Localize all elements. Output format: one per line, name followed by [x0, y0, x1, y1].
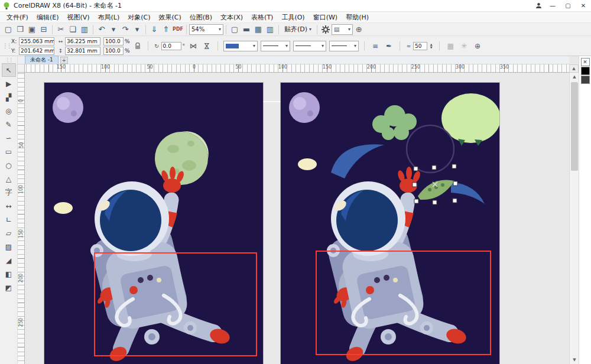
rectangle-tool[interactable]: ▭ — [2, 145, 16, 158]
menu-item[interactable]: 位图(B) — [186, 12, 216, 23]
ellipse-tool[interactable]: ○ — [2, 158, 16, 172]
toolbox-drag-handle[interactable]: ⋮⋮ — [5, 58, 12, 63]
scroll-down-icon[interactable]: ▼ — [570, 356, 579, 364]
vertical-scrollbar[interactable]: ▲ ▼ — [569, 73, 579, 364]
menu-item[interactable]: 视图(V) — [63, 12, 93, 23]
maximize-button[interactable]: ▢ — [560, 0, 576, 11]
menu-item[interactable]: 布局(L) — [94, 12, 124, 23]
scale-horizontal-field[interactable]: 100.0 — [103, 37, 124, 46]
drawing-canvas[interactable] — [25, 73, 569, 364]
redo-dropdown-icon[interactable]: ▾ — [131, 24, 143, 35]
crop-tool[interactable]: ▞ — [2, 90, 16, 104]
save-icon[interactable]: ▣ — [26, 24, 38, 35]
show-guidelines-icon[interactable]: ▥ — [264, 24, 276, 35]
ruler-origin-corner[interactable] — [18, 64, 25, 73]
minimize-button[interactable]: — — [545, 0, 560, 11]
purple-moon[interactable] — [289, 92, 320, 123]
end-arrowhead-combo[interactable]: ▾ — [329, 41, 359, 51]
object-width-field[interactable]: 36.225 mm — [65, 37, 100, 46]
menu-item[interactable]: 表格(T) — [247, 12, 277, 23]
vertical-ruler[interactable]: 050100150200250 — [18, 73, 25, 364]
purple-moon[interactable] — [53, 92, 83, 123]
black-swatch[interactable] — [581, 67, 590, 75]
snap-to-dropdown[interactable]: 贴齐(D) ▾ — [281, 24, 314, 35]
color-eyedropper-tool[interactable]: ◢ — [2, 254, 16, 267]
open-icon[interactable]: ❒ — [14, 24, 26, 35]
align-distribute-icon[interactable]: ▦ — [445, 41, 456, 51]
cream-ellipse[interactable] — [54, 202, 73, 214]
horizontal-ruler[interactable]: 15010050050100150200250300350 — [25, 64, 569, 73]
no-color-swatch[interactable]: ✕ — [581, 58, 590, 66]
parallel-dimension-tool[interactable]: ↔ — [2, 199, 16, 213]
drop-shadow-tool[interactable]: ▱ — [2, 226, 16, 240]
toolbar-drag-handle[interactable]: ⋮⋮ — [2, 43, 8, 49]
options-gear-icon[interactable] — [320, 24, 332, 35]
fullscreen-preview-icon[interactable]: ▢ — [229, 24, 241, 35]
show-grid-icon[interactable]: ▦ — [252, 24, 264, 35]
menu-item[interactable]: 窗口(W) — [309, 12, 342, 23]
document-tab[interactable]: 未命名 -1 — [25, 56, 59, 64]
interactive-fill-tool[interactable]: ◧ — [2, 267, 16, 281]
undo-dropdown-icon[interactable]: ▾ — [108, 24, 119, 35]
polygon-tool[interactable]: △ — [2, 172, 16, 186]
print-icon[interactable]: ⊟ — [38, 24, 50, 35]
close-button[interactable]: ✕ — [576, 0, 591, 11]
line-style-combo[interactable]: ▾ — [293, 41, 326, 51]
new-document-icon[interactable]: ▢ — [2, 24, 14, 35]
menu-item[interactable]: 编辑(E) — [33, 12, 63, 23]
freehand-tool[interactable]: ✎ — [2, 118, 16, 131]
undo-icon[interactable]: ↶ — [96, 24, 108, 35]
quick-customize-icon[interactable]: ⊕ — [472, 41, 483, 51]
import-icon[interactable]: ⇓ — [148, 24, 160, 35]
transparency-tool[interactable]: ▨ — [2, 240, 16, 254]
wrap-paragraph-text-icon[interactable]: ≡ — [370, 41, 381, 51]
connector-tool[interactable]: ∟ — [2, 213, 16, 226]
pick-tool[interactable]: ↖ — [2, 63, 16, 77]
zoom-level-combo[interactable]: 54% ▾ — [189, 24, 223, 35]
menu-item[interactable]: 帮助(H) — [342, 12, 373, 23]
x-position-field[interactable]: 255.063 mm — [19, 37, 54, 46]
outline-pen-icon[interactable]: ✒ — [384, 41, 394, 51]
copy-icon[interactable]: ❏ — [67, 24, 79, 35]
mirror-vertical-button[interactable]: ⋈ — [202, 41, 212, 51]
add-document-tab-button[interactable]: + — [60, 57, 68, 64]
smart-fill-tool[interactable]: ◩ — [2, 281, 16, 294]
export-icon[interactable]: ⇑ — [160, 24, 172, 35]
lock-ratio-button[interactable] — [133, 41, 142, 51]
scrollbar-thumb[interactable] — [571, 82, 578, 171]
redo-icon[interactable]: ↷ — [119, 24, 131, 35]
quick-customize-icon[interactable]: ⊕ — [353, 24, 365, 35]
scroll-up-icon[interactable]: ▲ — [570, 73, 579, 81]
rotation-angle-field[interactable]: 0.0 — [161, 42, 181, 50]
account-icon[interactable] — [532, 0, 545, 11]
page-left[interactable] — [44, 83, 263, 364]
paste-icon[interactable]: ▥ — [79, 24, 90, 35]
y-position-field[interactable]: 201.642 mm — [19, 47, 54, 55]
show-rulers-icon[interactable]: ▬ — [241, 24, 252, 35]
zoom-tool[interactable]: ◎ — [2, 104, 16, 118]
menu-item[interactable]: 对象(C) — [124, 12, 154, 23]
start-arrowhead-combo[interactable]: ▾ — [261, 41, 290, 51]
cream-ellipse[interactable] — [298, 158, 317, 170]
corner-smoothness-field[interactable]: 50 — [413, 42, 427, 50]
cut-icon[interactable]: ✂ — [55, 24, 67, 35]
menu-item[interactable]: 文本(X) — [216, 12, 247, 23]
menu-item[interactable]: 工具(O) — [277, 12, 309, 23]
dark-gray-swatch[interactable] — [581, 76, 590, 84]
mirror-horizontal-button[interactable]: ⋈ — [188, 41, 199, 51]
scale-vertical-field[interactable]: 100.0 — [103, 47, 124, 55]
text-tool[interactable]: 字 — [2, 186, 16, 199]
publish-pdf-icon[interactable]: PDF — [172, 24, 184, 35]
scroll-corner-button[interactable]: ▲ — [569, 64, 579, 73]
object-height-field[interactable]: 32.801 mm — [65, 47, 100, 55]
application-launcher-combo[interactable]: ▤ ▾ — [332, 24, 353, 35]
page-right[interactable] — [281, 83, 499, 364]
artistic-media-tool[interactable]: ∽ — [2, 131, 16, 145]
menu-bar: 文件(F)编辑(E)视图(V)布局(L)对象(C)效果(C)位图(B)文本(X)… — [0, 12, 591, 23]
smoothness-spinner[interactable]: ▲▼ — [428, 43, 434, 49]
menu-item[interactable]: 效果(C) — [155, 12, 186, 23]
menu-item[interactable]: 文件(F) — [2, 12, 33, 23]
shape-tool[interactable]: ▶ — [2, 77, 16, 90]
position-dimension-icon[interactable]: ✳ — [459, 41, 469, 51]
outline-width-combo[interactable]: ▾ — [223, 41, 258, 51]
